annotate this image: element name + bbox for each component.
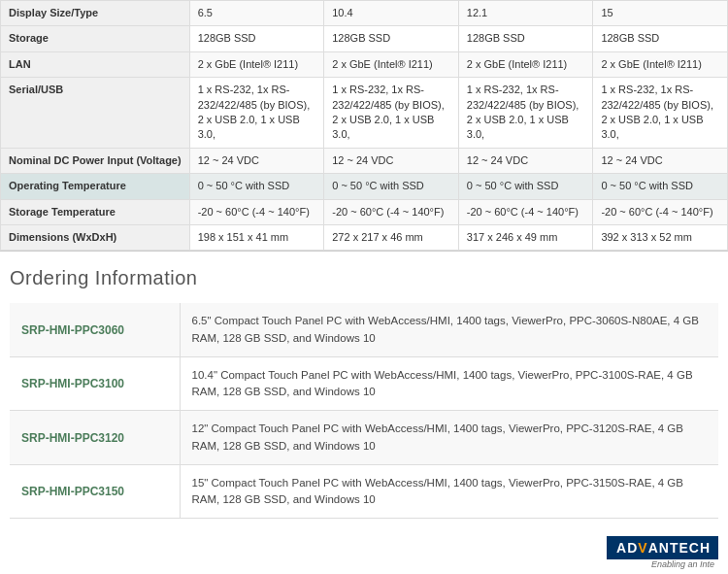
spec-value: -20 ~ 60°C (-4 ~ 140°F) — [324, 199, 459, 224]
advantech-logo: ADVANTECH — [607, 536, 718, 559]
spec-label: Display Size/Type — [1, 1, 190, 26]
ordering-sku: SRP-HMI-PPC3100 — [10, 356, 180, 411]
footer-area: ADVANTECH Enabling an Inte — [0, 528, 728, 573]
spec-value: -20 ~ 60°C (-4 ~ 140°F) — [593, 199, 728, 224]
ordering-sku: SRP-HMI-PPC3060 — [10, 303, 180, 356]
logo-text-adv: AD — [616, 540, 638, 556]
spec-label: Nominal DC Power Input (Voltage) — [1, 148, 190, 173]
spec-value: 128GB SSD — [458, 26, 593, 51]
spec-value: 12 ~ 24 VDC — [189, 148, 324, 173]
spec-value: -20 ~ 60°C (-4 ~ 140°F) — [458, 199, 593, 224]
spec-value: 317 x 246 x 49 mm — [458, 224, 593, 250]
logo-block: ADVANTECH Enabling an Inte — [607, 536, 718, 569]
ordering-sku: SRP-HMI-PPC3150 — [10, 464, 180, 519]
spec-value: 2 x GbE (Intel® I211) — [593, 51, 728, 77]
spec-label: Storage Temperature — [1, 199, 190, 224]
ordering-description: 15" Compact Touch Panel PC with WebAcces… — [180, 464, 718, 519]
ordering-section: Ordering Information SRP-HMI-PPC30606.5"… — [0, 252, 728, 528]
specs-table-wrapper: Display Size/Type6.510.412.115Storage128… — [0, 0, 728, 252]
spec-value: 15 — [593, 1, 728, 26]
spec-value: 2 x GbE (Intel® I211) — [189, 51, 324, 77]
spec-label: Dimensions (WxDxH) — [1, 224, 190, 250]
ordering-description: 6.5" Compact Touch Panel PC with WebAcce… — [180, 303, 718, 356]
spec-value: 128GB SSD — [324, 26, 459, 51]
ordering-description: 12" Compact Touch Panel PC with WebAcces… — [180, 411, 718, 465]
spec-value: 6.5 — [189, 1, 324, 26]
logo-tagline: Enabling an Inte — [651, 559, 718, 569]
spec-value: 128GB SSD — [593, 26, 728, 51]
ordering-table: SRP-HMI-PPC30606.5" Compact Touch Panel … — [10, 303, 718, 519]
spec-value: 1 x RS-232, 1x RS-232/422/485 (by BIOS),… — [593, 78, 728, 149]
spec-label: Serial/USB — [1, 78, 190, 149]
spec-value: 0 ~ 50 °C with SSD — [189, 174, 324, 199]
spec-value: 392 x 313 x 52 mm — [593, 224, 728, 250]
spec-value: 12.1 — [458, 1, 593, 26]
logo-text-rest: ANTECH — [648, 540, 711, 556]
spec-label: Storage — [1, 26, 190, 51]
spec-value: 10.4 — [324, 1, 459, 26]
spec-value: 128GB SSD — [189, 26, 324, 51]
ordering-sku: SRP-HMI-PPC3120 — [10, 411, 180, 465]
spec-value: 272 x 217 x 46 mm — [324, 224, 459, 250]
spec-value: 2 x GbE (Intel® I211) — [458, 51, 593, 77]
spec-value: 12 ~ 24 VDC — [458, 148, 593, 173]
ordering-title: Ordering Information — [10, 267, 718, 289]
spec-value: 0 ~ 50 °C with SSD — [593, 174, 728, 199]
specs-table: Display Size/Type6.510.412.115Storage128… — [0, 0, 728, 251]
spec-value: 2 x GbE (Intel® I211) — [324, 51, 459, 77]
spec-label: Operating Temperature — [1, 174, 190, 199]
spec-value: 1 x RS-232, 1x RS-232/422/485 (by BIOS),… — [189, 78, 324, 149]
spec-label: LAN — [1, 51, 190, 77]
ordering-description: 10.4" Compact Touch Panel PC with WebAcc… — [180, 356, 718, 411]
spec-value: 0 ~ 50 °C with SSD — [324, 174, 459, 199]
spec-value: 0 ~ 50 °C with SSD — [458, 174, 593, 199]
spec-value: 1 x RS-232, 1x RS-232/422/485 (by BIOS),… — [458, 78, 593, 149]
spec-value: -20 ~ 60°C (-4 ~ 140°F) — [189, 199, 324, 224]
spec-value: 12 ~ 24 VDC — [324, 148, 459, 173]
logo-text-accent: V — [638, 540, 647, 556]
spec-value: 1 x RS-232, 1x RS-232/422/485 (by BIOS),… — [324, 78, 459, 149]
spec-value: 198 x 151 x 41 mm — [189, 224, 324, 250]
spec-value: 12 ~ 24 VDC — [593, 148, 728, 173]
